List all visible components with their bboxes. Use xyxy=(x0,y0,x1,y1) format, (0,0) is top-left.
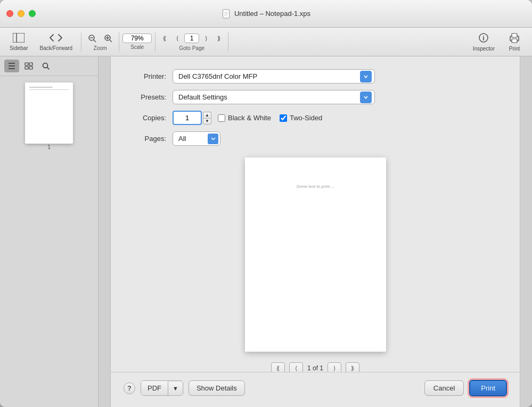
toolbar-right: i Inspector Print xyxy=(468,30,528,54)
goto-next-button[interactable]: ⟩ xyxy=(200,32,212,44)
scale-group: Scale xyxy=(122,34,152,50)
scale-input[interactable] xyxy=(122,34,152,43)
copies-decrement[interactable]: ▼ xyxy=(203,118,211,124)
inspector-button[interactable]: i Inspector xyxy=(468,30,500,54)
separator-3 xyxy=(155,32,155,52)
print-button[interactable]: Print xyxy=(469,380,507,396)
back-forward-label: Back/Forward xyxy=(39,45,72,51)
main-window: Untitled – Notepad-1.xps Sidebar Back/F xyxy=(0,0,532,407)
sidebar-label: Sidebar xyxy=(10,45,28,51)
nav-prev-button[interactable]: ⟨ xyxy=(289,362,303,372)
maximize-button[interactable] xyxy=(29,10,36,17)
goto-page-input[interactable] xyxy=(184,34,199,43)
printer-label: Printer: xyxy=(124,72,166,80)
svg-rect-16 xyxy=(512,39,517,43)
printer-row: Printer: Dell C3765dnf Color MFP xyxy=(124,69,507,84)
document-icon xyxy=(222,9,231,19)
page-navigation: ⟪ ⟨ 1 of 1 ⟩ ⟫ xyxy=(124,357,507,372)
pages-select[interactable]: All xyxy=(173,131,220,146)
black-white-option[interactable]: Black & White xyxy=(218,114,271,122)
sidebar: 1 xyxy=(0,56,99,407)
pages-select-wrapper: All xyxy=(173,131,220,146)
traffic-lights xyxy=(6,10,36,17)
minimize-button[interactable] xyxy=(18,10,24,17)
list-view-button[interactable] xyxy=(4,60,19,72)
cancel-button[interactable]: Cancel xyxy=(424,380,464,396)
pdf-button[interactable]: PDF xyxy=(141,381,168,395)
zoom-group: Zoom xyxy=(85,32,116,51)
svg-rect-21 xyxy=(25,63,28,65)
pages-label: Pages: xyxy=(124,135,166,143)
svg-line-10 xyxy=(110,40,112,42)
svg-rect-4 xyxy=(13,33,24,43)
zoom-in-button[interactable] xyxy=(101,32,116,44)
window-title: Untitled – Notepad-1.xps xyxy=(222,9,310,19)
printer-select-wrapper: Dell C3765dnf Color MFP xyxy=(173,69,375,84)
copies-label: Copies: xyxy=(124,114,166,122)
separator-4 xyxy=(228,32,228,52)
nav-last-button[interactable]: ⟫ xyxy=(346,362,359,372)
sidebar-pages: 1 xyxy=(0,76,98,407)
pages-row: Pages: All xyxy=(124,131,507,146)
sidebar-toolbar xyxy=(0,56,98,76)
print-toolbar-label: Print xyxy=(509,46,520,52)
search-sidebar-button[interactable] xyxy=(38,60,53,72)
nav-next-button[interactable]: ⟩ xyxy=(328,362,341,372)
presets-row: Presets: Default Settings xyxy=(124,90,507,104)
presets-select[interactable]: Default Settings xyxy=(173,90,375,104)
presets-label: Presets: xyxy=(124,93,166,101)
page-info: 1 of 1 xyxy=(307,364,323,372)
close-button[interactable] xyxy=(6,10,13,17)
print-toolbar-button[interactable]: Print xyxy=(501,30,528,54)
titlebar: Untitled – Notepad-1.xps xyxy=(0,0,532,28)
content-area: Printer: Dell C3765dnf Color MFP xyxy=(99,56,532,407)
two-sided-checkbox[interactable] xyxy=(280,114,287,122)
svg-rect-24 xyxy=(29,67,32,69)
pdf-group: PDF ▼ xyxy=(141,380,183,396)
toolbar: Sidebar Back/Forward xyxy=(0,28,532,56)
goto-group: ⟪ ⟨ ⟩ ⟫ Goto Page xyxy=(159,32,225,51)
svg-rect-17 xyxy=(512,34,517,37)
thumb-line-2 xyxy=(29,89,69,90)
thumb-line-1 xyxy=(29,87,53,88)
svg-line-7 xyxy=(94,40,96,42)
separator-1 xyxy=(81,32,81,52)
zoom-label: Zoom xyxy=(93,45,107,51)
copies-stepper: ▲ ▼ xyxy=(203,112,211,124)
black-white-label: Black & White xyxy=(228,114,271,122)
copies-increment[interactable]: ▲ xyxy=(203,112,211,118)
preview-text: Some text to print.... xyxy=(296,184,334,189)
page-thumbnail-container: 1 xyxy=(25,82,73,150)
svg-text:i: i xyxy=(483,35,485,42)
page-preview: Some text to print.... xyxy=(245,157,386,352)
dialog-form: Printer: Dell C3765dnf Color MFP xyxy=(111,56,520,372)
presets-select-wrapper: Default Settings xyxy=(173,90,375,104)
zoom-out-button[interactable] xyxy=(85,32,100,44)
pdf-dropdown-button[interactable]: ▼ xyxy=(168,382,183,395)
inspector-icon: i xyxy=(478,32,489,45)
printer-select[interactable]: Dell C3765dnf Color MFP xyxy=(173,69,375,84)
goto-prev-button[interactable]: ⟨ xyxy=(171,32,183,44)
show-details-button[interactable]: Show Details xyxy=(189,380,245,396)
svg-line-26 xyxy=(47,68,50,70)
grid-view-button[interactable] xyxy=(21,60,36,72)
sidebar-button[interactable]: Sidebar xyxy=(4,31,33,53)
goto-first-button[interactable]: ⟪ xyxy=(159,32,170,44)
inspector-label: Inspector xyxy=(473,46,495,52)
black-white-checkbox[interactable] xyxy=(218,114,225,122)
back-forward-icon xyxy=(49,33,63,44)
main-area: 1 Printer: Dell C3765dnf Color MFP xyxy=(0,56,532,407)
page-number: 1 xyxy=(25,144,73,150)
thumb-content xyxy=(29,87,69,90)
copies-input[interactable] xyxy=(173,111,202,125)
print-options: Black & White Two-Sided xyxy=(218,114,322,122)
copies-row: Copies: ▲ ▼ Black & White xyxy=(124,111,507,125)
svg-rect-23 xyxy=(25,67,28,69)
two-sided-option[interactable]: Two-Sided xyxy=(280,114,322,122)
nav-first-button[interactable]: ⟪ xyxy=(271,362,285,372)
help-button[interactable]: ? xyxy=(124,383,135,394)
goto-last-button[interactable]: ⟫ xyxy=(213,32,225,44)
scale-label: Scale xyxy=(130,44,144,50)
back-forward-button[interactable]: Back/Forward xyxy=(34,31,78,53)
page-thumbnail[interactable] xyxy=(25,82,73,144)
